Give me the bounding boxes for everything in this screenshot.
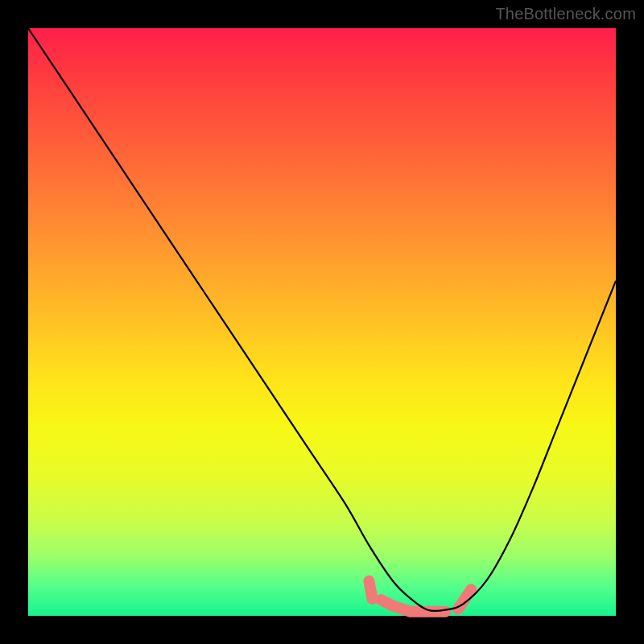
accent-segment-left — [369, 581, 372, 599]
bottleneck-curve — [28, 28, 616, 611]
curve-svg — [28, 28, 616, 616]
plot-area — [28, 28, 616, 616]
chart-frame: TheBottleneck.com — [0, 0, 644, 644]
watermark-text: TheBottleneck.com — [495, 5, 636, 23]
